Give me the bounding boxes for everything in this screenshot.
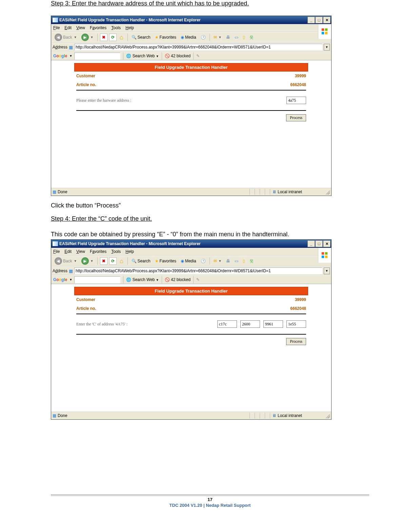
c-code-input-3[interactable] xyxy=(263,320,283,328)
ie-menubar: File Edit View Favorites Tools Help xyxy=(51,24,331,32)
refresh-button[interactable]: ⟳ xyxy=(109,257,117,265)
menu-edit[interactable]: Edit xyxy=(64,25,72,30)
search-button[interactable]: 🔍Search xyxy=(130,33,152,41)
close-button[interactable]: ✕ xyxy=(323,17,331,23)
menu-file[interactable]: File xyxy=(53,249,60,254)
step3-heading: Step 3: Enter the hardware address of th… xyxy=(51,0,369,7)
process-button[interactable]: Process xyxy=(286,338,306,345)
forward-icon: ► xyxy=(81,34,89,41)
edit-button[interactable]: ▭ xyxy=(233,257,240,265)
autofill-icon[interactable]: ✎ xyxy=(196,277,200,282)
history-button[interactable]: 🕑 xyxy=(199,257,207,265)
resize-grip[interactable] xyxy=(324,189,330,195)
ie-content-area: Field Upgrade Transaction Handler Custom… xyxy=(51,60,331,188)
menu-tools[interactable]: Tools xyxy=(111,249,121,254)
menu-edit[interactable]: Edit xyxy=(64,249,72,254)
search-web-button[interactable]: 🌐 Search Web ▼ xyxy=(126,277,159,282)
autofill-icon[interactable]: ✎ xyxy=(196,54,200,58)
google-search-input[interactable] xyxy=(74,53,120,60)
minimize-button[interactable]: _ xyxy=(307,240,315,247)
c-code-input-2[interactable] xyxy=(240,320,260,328)
menu-view[interactable]: View xyxy=(76,25,85,30)
customer-label: Customer xyxy=(76,74,295,78)
status-zone: Local intranet xyxy=(278,413,302,418)
menu-view[interactable]: View xyxy=(76,249,85,254)
forward-icon: ► xyxy=(81,257,89,265)
resize-grip[interactable] xyxy=(324,413,330,418)
media-button[interactable]: ◉Media xyxy=(179,257,198,265)
google-logo: Google xyxy=(53,277,67,282)
history-button[interactable]: 🕑 xyxy=(199,33,207,41)
discuss-button[interactable]: ▯ xyxy=(241,257,246,265)
windows-flag-icon xyxy=(318,24,331,39)
media-button[interactable]: ◉Media xyxy=(179,33,198,41)
refresh-icon: ⟳ xyxy=(111,259,115,263)
print-icon: 🖶 xyxy=(226,259,230,263)
page-number: 17 xyxy=(51,497,369,502)
ie-toolbar: ◄ Back ▼ ► ▼ ✖ ⟳ ⌂ 🔍Search ★Favorites ◉M… xyxy=(51,32,331,43)
mail-button[interactable]: ✉▼ xyxy=(212,33,223,41)
refresh-button[interactable]: ⟳ xyxy=(109,34,117,41)
address-input[interactable]: http://localhost/NedapCRAWeb/Process.asp… xyxy=(74,267,322,274)
menu-file[interactable]: File xyxy=(53,25,60,30)
search-web-button[interactable]: 🌐 Search Web ▼ xyxy=(126,54,159,58)
discuss-button[interactable]: ▯ xyxy=(241,33,246,41)
customer-label: Customer xyxy=(76,297,295,302)
address-dropdown[interactable]: ▼ xyxy=(324,267,330,274)
popup-blocked-button[interactable]: 🚫 42 blocked xyxy=(165,54,191,58)
star-icon: ★ xyxy=(155,259,159,263)
discuss-icon: ▯ xyxy=(243,35,245,40)
panel-header: Field Upgrade Transaction Handler xyxy=(74,63,308,72)
messenger-icon: 웃 xyxy=(249,35,254,40)
article-label: Article no. xyxy=(76,306,290,311)
mail-icon: ✉ xyxy=(214,35,217,40)
media-icon: ◉ xyxy=(181,35,184,40)
home-button[interactable]: ⌂ xyxy=(118,34,125,41)
divider xyxy=(76,110,306,111)
hw-address-prompt: Please enter the harware address : xyxy=(76,98,286,103)
c-code-input-4[interactable] xyxy=(286,320,306,328)
stop-button[interactable]: ✖ xyxy=(100,34,107,41)
popup-blocked-button[interactable]: 🚫 42 blocked xyxy=(165,277,191,282)
messenger-button[interactable]: 웃 xyxy=(248,33,255,41)
menu-help[interactable]: Help xyxy=(125,249,134,254)
home-button[interactable]: ⌂ xyxy=(118,258,125,264)
favorites-button[interactable]: ★Favorites xyxy=(154,33,178,41)
step3-instruction: Click the button “Process” xyxy=(51,202,369,209)
back-button[interactable]: ◄ Back ▼ xyxy=(53,33,78,41)
menu-favorites[interactable]: Favorites xyxy=(90,25,106,30)
step4-heading: Step 4: Enter the “C” code of the unit. xyxy=(51,215,369,222)
stop-button[interactable]: ✖ xyxy=(100,257,107,265)
print-button[interactable]: 🖶 xyxy=(225,33,232,41)
mail-button[interactable]: ✉▼ xyxy=(212,257,223,265)
edit-button[interactable]: ▭ xyxy=(233,33,240,41)
stop-icon: ✖ xyxy=(102,259,105,263)
media-label: Media xyxy=(185,35,196,40)
forward-button[interactable]: ► ▼ xyxy=(80,257,95,265)
messenger-button[interactable]: 웃 xyxy=(248,257,255,265)
maximize-button[interactable]: □ xyxy=(315,17,323,23)
back-button[interactable]: ◄ Back ▼ xyxy=(53,257,78,265)
print-icon: 🖶 xyxy=(226,35,230,40)
address-input[interactable]: http://localhost/NedapCRAWeb/Process.asp… xyxy=(74,44,322,51)
search-button[interactable]: 🔍Search xyxy=(130,257,152,265)
forward-button[interactable]: ► ▼ xyxy=(80,33,95,41)
print-button[interactable]: 🖶 xyxy=(225,257,232,265)
close-button[interactable]: ✕ xyxy=(323,240,331,247)
menu-favorites[interactable]: Favorites xyxy=(90,249,106,254)
favorites-button[interactable]: ★Favorites xyxy=(154,257,178,265)
svg-rect-4 xyxy=(322,252,324,255)
done-icon: ▦ xyxy=(53,413,56,418)
process-button[interactable]: Process xyxy=(286,114,306,121)
menu-help[interactable]: Help xyxy=(125,25,134,30)
menu-tools[interactable]: Tools xyxy=(111,25,121,30)
c-code-input-1[interactable] xyxy=(217,320,237,328)
google-search-input[interactable] xyxy=(74,276,120,283)
minimize-button[interactable]: _ xyxy=(307,17,315,23)
svg-rect-0 xyxy=(322,28,324,31)
zone-icon: 🖥 xyxy=(272,190,276,194)
address-dropdown[interactable]: ▼ xyxy=(324,44,330,51)
hw-address-input[interactable] xyxy=(286,97,306,104)
panel-header: Field Upgrade Transaction Handler xyxy=(74,287,308,295)
maximize-button[interactable]: □ xyxy=(315,240,323,247)
